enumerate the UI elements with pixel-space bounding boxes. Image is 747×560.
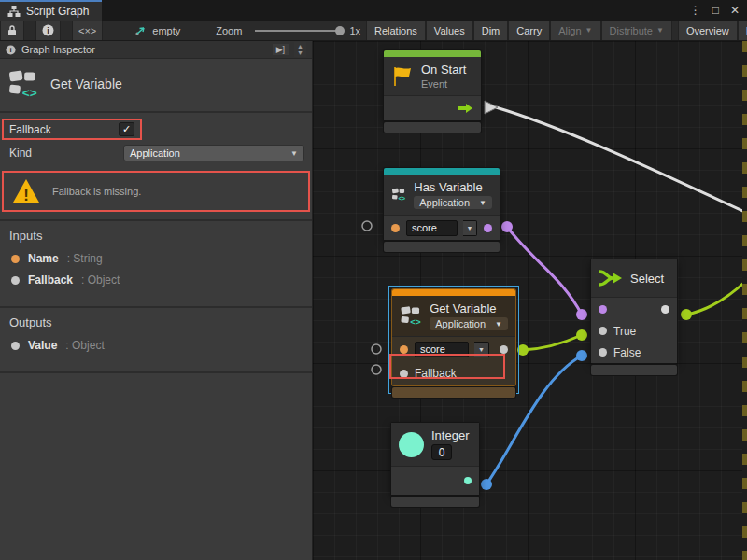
port-type: : String: [67, 252, 103, 265]
align-dropdown[interactable]: Align▼: [550, 21, 600, 40]
kind-row: Kind Application ▼: [9, 145, 304, 161]
node-header: <> Get Variable Application ▼: [392, 296, 515, 336]
integer-output-port[interactable]: [464, 477, 472, 484]
unit-header: <> Get Variable: [0, 59, 312, 111]
variable-kind-dropdown[interactable]: Application ▼: [430, 317, 508, 330]
dock-icon[interactable]: ▶]: [273, 44, 289, 55]
false-input-port[interactable]: [599, 348, 607, 357]
fallback-toggle-row: Fallback ✓: [2, 119, 142, 140]
wire-end-purple[interactable]: [501, 221, 513, 232]
fallback-checkbox[interactable]: ✓: [119, 122, 134, 136]
false-port-label: False: [613, 346, 641, 359]
string-input-port[interactable]: [391, 224, 400, 232]
lock-button[interactable]: [0, 21, 24, 40]
port-name: Value: [28, 339, 57, 352]
variables-icon: <>: [7, 68, 39, 100]
variable-picker-button[interactable]: ▼: [463, 220, 477, 236]
node-title: Has Variable: [414, 180, 492, 194]
kebab-menu-icon[interactable]: ⋮: [690, 4, 701, 17]
variable-kind-dropdown[interactable]: Application ▼: [414, 196, 492, 209]
port-type: : Object: [81, 273, 120, 287]
breadcrumb-empty-label: empty: [152, 25, 180, 36]
wire-end-blue[interactable]: [481, 479, 492, 490]
zoom-slider-thumb[interactable]: [335, 26, 345, 35]
dim-button[interactable]: Dim: [473, 21, 509, 40]
spin-down-icon[interactable]: ▼: [297, 49, 303, 56]
node-header: Select: [591, 259, 677, 297]
wire-end-blue[interactable]: [576, 350, 587, 361]
maximize-icon[interactable]: □: [712, 4, 719, 17]
variables-icon: <>: [391, 182, 406, 207]
scroll-spinner[interactable]: ▲ ▼: [294, 42, 306, 57]
inspector-header: i Graph Inspector ▶] ▲ ▼: [0, 41, 312, 59]
tab-script-graph[interactable]: Script Graph: [0, 0, 102, 21]
carry-button[interactable]: Carry: [508, 21, 550, 40]
true-port-label: True: [613, 325, 636, 338]
kind-label: Kind: [9, 147, 123, 160]
graph-canvas[interactable]: On Start Event: [313, 41, 747, 560]
object-port-dot: [11, 276, 20, 285]
condition-input-port[interactable]: [599, 305, 607, 314]
true-input-port[interactable]: [599, 327, 607, 335]
node-on-start[interactable]: On Start Event: [384, 50, 481, 120]
fallback-input-port[interactable]: [400, 370, 408, 378]
node-footer: [591, 365, 677, 375]
inspector-title: Graph Inspector: [21, 44, 95, 55]
unit-title: Get Variable: [50, 77, 122, 91]
info-toggle-button[interactable]: i: [35, 21, 61, 40]
node-has-variable[interactable]: <> Has Variable Application ▼ score ▼: [384, 168, 500, 240]
integer-literal-icon: [399, 432, 424, 457]
fullscreen-button[interactable]: Full Screen: [738, 21, 747, 40]
variable-name-field[interactable]: score: [406, 220, 458, 236]
wire-end-green[interactable]: [681, 309, 692, 320]
node-select[interactable]: Select True False: [591, 259, 677, 363]
values-button[interactable]: Values: [426, 21, 473, 40]
node-footer: [384, 122, 481, 133]
true-port-row: True: [591, 320, 677, 342]
chevron-down-icon: ▼: [585, 26, 593, 35]
node-integer[interactable]: Integer 0: [391, 423, 479, 495]
string-input-port[interactable]: [400, 345, 408, 354]
selection-output-port[interactable]: [661, 305, 669, 314]
svg-text:i: i: [9, 46, 11, 54]
port-name: Fallback: [28, 273, 73, 287]
wire-getvariable-select-true: [523, 335, 582, 350]
code-icon: <×>: [78, 25, 96, 36]
canvas-edge-marker-strip: [742, 41, 747, 560]
variable-picker-button[interactable]: ▼: [474, 342, 489, 357]
graph-icon: [7, 5, 21, 18]
code-preview-button[interactable]: <×>: [72, 21, 103, 40]
fallback-port-row: Fallback: [392, 361, 515, 385]
object-port-dot: [11, 342, 20, 350]
false-port-row: False: [591, 342, 677, 363]
window-controls: ⋮ □ ✕: [690, 0, 747, 21]
bool-output-port[interactable]: [484, 224, 492, 232]
wire-end-green[interactable]: [576, 329, 587, 341]
zoom-slider[interactable]: 1x: [249, 21, 366, 40]
string-port-dot: [11, 255, 20, 263]
spin-up-icon[interactable]: ▲: [297, 43, 303, 49]
output-row-value: Value : Object: [11, 339, 303, 352]
svg-text:i: i: [47, 26, 49, 35]
flow-arrow-icon[interactable]: [457, 103, 473, 114]
relations-button[interactable]: Relations: [366, 21, 426, 40]
node-get-variable[interactable]: <> Get Variable Application ▼ score ▼: [392, 289, 515, 385]
zoom-slider-track[interactable]: [255, 30, 344, 32]
close-icon[interactable]: ✕: [730, 4, 740, 17]
value-output-port[interactable]: [500, 345, 508, 354]
flow-output-row: [384, 96, 481, 120]
select-merge-icon: [599, 269, 623, 287]
flow-connector-triangle[interactable]: [485, 101, 498, 114]
zoom-label: Zoom: [208, 21, 249, 40]
integer-value-field[interactable]: 0: [431, 444, 452, 460]
wire-layer: [313, 41, 747, 560]
variable-name-field[interactable]: score: [415, 342, 469, 357]
breadcrumb-empty[interactable]: empty: [127, 21, 188, 40]
unconnected-port-ring[interactable]: [372, 344, 381, 354]
unconnected-port-ring[interactable]: [362, 221, 372, 231]
overview-button[interactable]: Overview: [678, 21, 738, 40]
unconnected-port-ring[interactable]: [372, 365, 381, 374]
distribute-dropdown[interactable]: Distribute▼: [601, 21, 672, 40]
wire-end-purple[interactable]: [576, 309, 587, 320]
kind-dropdown[interactable]: Application ▼: [123, 145, 304, 161]
